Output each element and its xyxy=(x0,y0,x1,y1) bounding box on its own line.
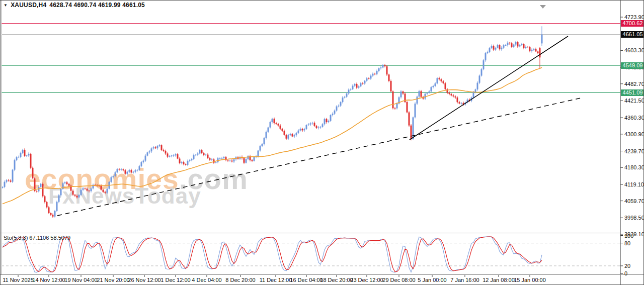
price-tick-label: 4603.30 xyxy=(624,47,644,53)
stochastic-signal-line xyxy=(3,237,542,272)
price-chart[interactable]: 4723.904603.304542.104482.704421.504360.… xyxy=(1,1,644,285)
price-tick-label: 4482.70 xyxy=(624,81,644,87)
price-level-lines[interactable] xyxy=(2,24,620,92)
time-axis-label: 8 Dec 20:00 xyxy=(225,277,255,283)
level-badge-current-price: 4661.05 xyxy=(621,31,644,38)
symbol-dropdown-icon[interactable]: ▼ xyxy=(4,3,8,8)
indicator-label: Sto(5,3,3) 67.1106 58.5079 xyxy=(4,235,70,241)
price-tick-label: 4059.70 xyxy=(624,198,644,204)
time-axis-label: 11 Dec 12:00 xyxy=(260,277,292,283)
chart-title: ▼ XAUUSD,H4 4628.74 4690.74 4619.99 4661… xyxy=(4,2,145,9)
time-axis-label: 23 Dec 12:00 xyxy=(350,277,383,283)
price-tick-label: 3998.50 xyxy=(624,215,644,221)
time-axis-label: 5 Jan 00:00 xyxy=(418,277,447,283)
time-axis-label: 4 Dec 04:00 xyxy=(192,277,221,283)
stochastic-scale-label: 20 xyxy=(624,263,630,269)
chart-shift-marker-icon[interactable] xyxy=(540,5,546,9)
level-badge-resistance: 4700.62 xyxy=(621,20,644,27)
price-tick-label: 4421.50 xyxy=(624,98,644,104)
price-tick-label: 4180.30 xyxy=(624,164,644,170)
time-axis-label: 1 Dec 12:00 xyxy=(160,277,190,283)
stochastic-pane: 10080200 xyxy=(2,233,633,277)
chart-symbol-label: XAUUSD,H4 xyxy=(11,2,46,9)
dashed-trendline[interactable] xyxy=(57,98,583,216)
moving-average-line xyxy=(3,67,542,204)
price-axis: 4723.904603.304542.104482.704421.504360.… xyxy=(620,14,644,237)
price-tick-label: 4300.90 xyxy=(624,131,644,137)
time-axis-label: 18 Dec 20:00 xyxy=(320,277,353,283)
stochastic-main-line xyxy=(3,237,542,272)
level-badge-support-2: 4451.09 xyxy=(621,89,644,96)
time-axis-label: 29 Dec 08:00 xyxy=(382,277,415,283)
time-axis-label: 19 Nov 04:00 xyxy=(64,277,97,283)
price-tick-label: 4239.70 xyxy=(624,148,644,154)
time-axis-label: 12 Jan 08:00 xyxy=(482,277,515,283)
time-axis-label: 14 Nov 12:00 xyxy=(32,277,65,283)
candlestick-series xyxy=(2,26,543,218)
level-badge-support-1: 4549.09 xyxy=(621,62,644,69)
time-axis-label: 11 Nov 2025 xyxy=(3,277,34,283)
time-axis-label: 26 Nov 12:00 xyxy=(128,277,160,283)
time-axis-label: 7 Jan 16:00 xyxy=(450,277,479,283)
price-tick-label: 4723.90 xyxy=(624,14,644,20)
time-axis-label: 15 Jan 00:00 xyxy=(514,277,546,283)
price-tick-label: 4360.30 xyxy=(624,115,644,121)
stochastic-scale-label: 80 xyxy=(624,240,630,246)
time-axis-label: 21 Nov 20:00 xyxy=(97,277,129,283)
time-axis: 11 Nov 202514 Nov 12:0019 Nov 04:0021 No… xyxy=(3,275,546,283)
price-tick-label: 4119.10 xyxy=(624,181,644,187)
time-axis-label: 16 Dec 04:00 xyxy=(290,277,323,283)
stochastic-scale-label: 100 xyxy=(624,233,633,239)
chart-window: ▼ XAUUSD,H4 4628.74 4690.74 4619.99 4661… xyxy=(0,0,644,285)
chart-ohlc-values: 4628.74 4690.74 4619.99 4661.05 xyxy=(49,2,145,9)
stochastic-scale-label: 0 xyxy=(624,270,627,276)
